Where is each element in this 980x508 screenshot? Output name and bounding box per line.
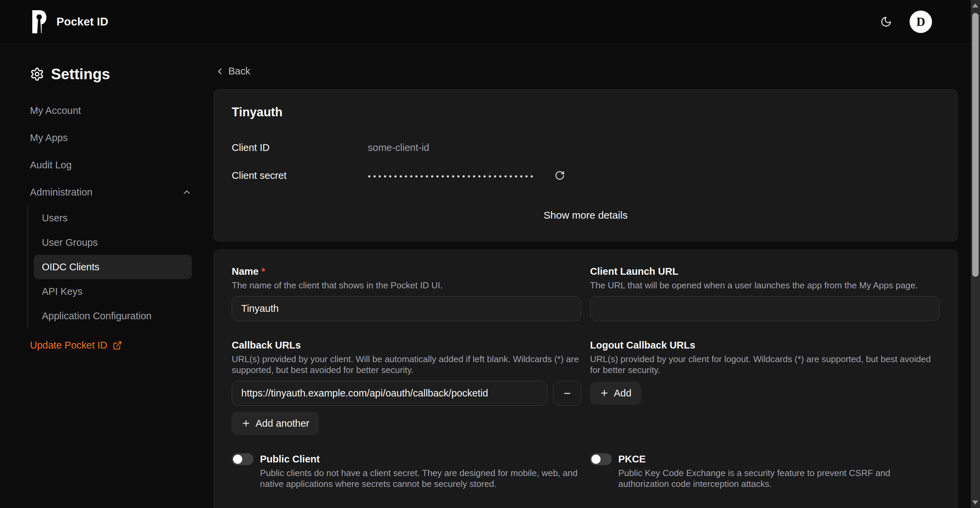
back-label: Back (228, 66, 250, 77)
name-label: Name (232, 266, 259, 277)
logout-callback-urls-description: URL(s) provided by your client for logou… (590, 354, 940, 375)
plus-icon (241, 419, 251, 428)
add-logout-url-button[interactable]: Add (590, 381, 641, 405)
show-more-details-button[interactable]: Show more details (232, 205, 940, 225)
sidebar-header: Settings (30, 66, 192, 83)
top-bar-actions: D (880, 11, 932, 33)
name-input[interactable] (232, 296, 581, 321)
launch-url-input[interactable] (590, 296, 940, 321)
sidebar-item-audit-log[interactable]: Audit Log (30, 151, 192, 178)
sidebar-subitem-application-configuration[interactable]: Application Configuration (34, 304, 192, 328)
external-link-icon (113, 341, 122, 350)
minus-icon (563, 389, 572, 398)
sidebar-subitem-user-groups[interactable]: User Groups (34, 230, 192, 255)
page-scrollbar[interactable] (971, 0, 980, 508)
logout-callback-urls-field: Logout Callback URLs URL(s) provided by … (590, 339, 940, 435)
moon-icon (880, 16, 892, 27)
update-pocket-id-link[interactable]: Update Pocket ID (30, 340, 192, 351)
client-secret-row: Client secret ••••••••••••••••••••••••••… (232, 168, 940, 183)
scrollbar-thumb[interactable] (972, 13, 978, 277)
logout-callback-urls-label: Logout Callback URLs (590, 339, 940, 351)
required-asterisk: * (261, 266, 265, 277)
sidebar-subitem-users[interactable]: Users (34, 206, 192, 230)
sidebar-item-my-account[interactable]: My Account (30, 97, 192, 124)
regenerate-secret-button[interactable] (555, 170, 565, 181)
client-id-value: some-client-id (368, 142, 430, 153)
scroll-down-button[interactable] (971, 497, 980, 508)
rotate-cw-icon (555, 170, 565, 181)
launch-url-label: Client Launch URL (590, 265, 940, 277)
client-form-card: Name* The name of the client that shows … (213, 249, 958, 508)
callback-url-input[interactable] (232, 381, 547, 406)
remove-callback-url-button[interactable] (553, 381, 581, 406)
public-client-label: Public Client (260, 453, 581, 465)
name-description: The name of the client that shows in the… (232, 280, 581, 291)
plus-icon (600, 388, 609, 398)
sidebar-subitem-oidc-clients[interactable]: OIDC Clients (34, 255, 192, 279)
theme-toggle-button[interactable] (880, 16, 892, 27)
sidebar-item-administration[interactable]: Administration (30, 178, 192, 206)
pkce-description: Public Key Code Exchange is a security f… (618, 468, 940, 489)
pocket-id-logo (30, 10, 48, 33)
public-client-toggle[interactable] (232, 453, 253, 465)
client-id-row: Client ID some-client-id (232, 140, 940, 156)
name-field: Name* The name of the client that shows … (232, 265, 581, 321)
avatar-initial: D (916, 14, 925, 29)
add-another-callback-button[interactable]: Add another (232, 412, 319, 435)
client-details-card: Tinyauth Client ID some-client-id Client… (213, 89, 958, 241)
chevron-up-icon (182, 187, 192, 197)
pkce-label: PKCE (618, 453, 940, 465)
sidebar-subitem-api-keys[interactable]: API Keys (34, 279, 192, 304)
chevron-left-icon (215, 66, 225, 76)
toggle-knob (233, 455, 242, 464)
scroll-up-button[interactable] (971, 0, 980, 11)
pkce-toggle[interactable] (590, 453, 612, 465)
brand[interactable]: Pocket ID (30, 10, 108, 33)
callback-urls-label: Callback URLs (232, 339, 581, 351)
toggle-knob (592, 455, 601, 464)
client-secret-mask: •••••••••••••••••••••••••••••••• (368, 170, 536, 181)
public-client-field: Public Client Public clients do not have… (232, 453, 581, 489)
launch-url-field: Client Launch URL The URL that will be o… (590, 265, 940, 321)
sidebar-item-my-apps[interactable]: My Apps (30, 124, 192, 151)
top-bar: Pocket ID D (0, 0, 980, 44)
brand-title: Pocket ID (56, 15, 108, 28)
launch-url-description: The URL that will be opened when a user … (590, 280, 940, 291)
gear-icon (30, 67, 44, 81)
client-id-label: Client ID (232, 142, 368, 153)
administration-subnav: Users User Groups OIDC Clients API Keys … (27, 206, 192, 328)
client-secret-label: Client secret (232, 170, 368, 181)
callback-urls-description: URL(s) provided by your client. Will be … (232, 354, 581, 375)
settings-title: Settings (51, 66, 110, 83)
settings-sidebar: Settings My Account My Apps Audit Log Ad… (0, 44, 213, 508)
sidebar-nav: My Account My Apps Audit Log Administrat… (30, 97, 192, 206)
callback-urls-field: Callback URLs URL(s) provided by your cl… (232, 339, 581, 435)
main-content: Back Tinyauth Client ID some-client-id C… (213, 44, 980, 508)
user-avatar[interactable]: D (910, 11, 932, 33)
public-client-description: Public clients do not have a client secr… (260, 468, 581, 489)
back-button[interactable]: Back (215, 66, 250, 77)
client-name-title: Tinyauth (232, 105, 940, 119)
pkce-field: PKCE Public Key Code Exchange is a secur… (590, 453, 940, 489)
